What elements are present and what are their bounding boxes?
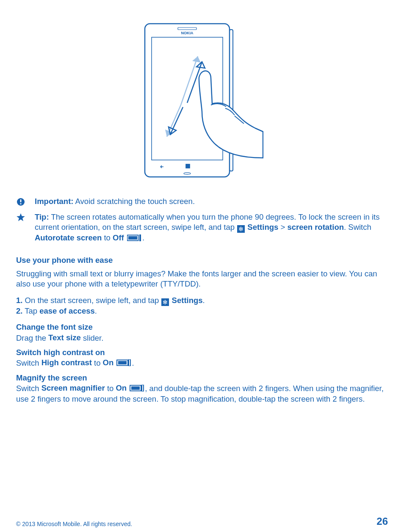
svg-rect-28 bbox=[131, 386, 140, 390]
hc-a: Switch bbox=[16, 358, 42, 367]
high-contrast-heading: Switch high contrast on bbox=[16, 347, 388, 358]
mag-b: Screen magnifier bbox=[42, 383, 105, 392]
hc-b: High contrast bbox=[42, 358, 92, 367]
svg-rect-22 bbox=[128, 236, 137, 240]
gt-sep: > bbox=[280, 223, 285, 232]
steps: 1. On the start screen, swipe left, and … bbox=[16, 295, 388, 316]
ease-title: Use your phone with ease bbox=[16, 255, 388, 265]
tip-switch-1: . Switch bbox=[344, 223, 371, 232]
tip-off: Off bbox=[113, 233, 124, 242]
tip-autorotate: Autorotate screen bbox=[35, 233, 102, 242]
phone-illustration: NOKIA bbox=[16, 20, 388, 184]
copyright-text: © 2013 Microsoft Mobile. All rights rese… bbox=[16, 520, 132, 528]
svg-rect-6 bbox=[186, 166, 188, 168]
svg-rect-4 bbox=[186, 164, 188, 166]
phone-brand-label: NOKIA bbox=[181, 31, 194, 35]
toggle-on-icon bbox=[130, 385, 144, 391]
svg-rect-5 bbox=[188, 164, 190, 166]
svg-rect-7 bbox=[188, 166, 190, 168]
magnify-heading: Magnify the screen bbox=[16, 373, 388, 383]
svg-rect-29 bbox=[142, 385, 144, 391]
svg-point-8 bbox=[184, 173, 191, 174]
hc-on: On bbox=[103, 358, 114, 367]
toggle-off-icon bbox=[127, 234, 141, 241]
step2-a: Tap bbox=[22, 306, 39, 315]
step2-bold: ease of access bbox=[39, 306, 95, 315]
ease-para: Struggling with small text or blurry ima… bbox=[16, 269, 388, 289]
svg-rect-23 bbox=[139, 234, 141, 241]
font-a: Drag the bbox=[16, 334, 48, 342]
svg-marker-10 bbox=[192, 56, 201, 63]
tip-end: . bbox=[142, 233, 144, 242]
page-number: 26 bbox=[376, 515, 388, 528]
hc-to: to bbox=[92, 358, 103, 367]
page-footer: © 2013 Microsoft Mobile. All rights rese… bbox=[16, 515, 388, 528]
font-size-heading: Change the font size bbox=[16, 322, 388, 332]
tip-screen-rotation: screen rotation bbox=[287, 223, 344, 232]
tip-icon bbox=[16, 212, 35, 243]
svg-rect-18 bbox=[20, 199, 22, 202]
mag-a: Switch bbox=[16, 384, 42, 393]
svg-rect-25 bbox=[118, 361, 127, 364]
step2-end: . bbox=[95, 306, 97, 315]
gear-icon: ✻ bbox=[161, 298, 169, 306]
svg-marker-20 bbox=[17, 213, 25, 221]
svg-point-19 bbox=[20, 203, 21, 204]
step1-settings: Settings bbox=[172, 296, 203, 305]
step2-no: 2. bbox=[16, 306, 22, 315]
toggle-on-icon bbox=[116, 359, 131, 366]
svg-rect-2 bbox=[178, 28, 196, 30]
step1-end: . bbox=[203, 296, 205, 305]
important-text: Avoid scratching the touch screen. bbox=[75, 197, 195, 206]
mag-to: to bbox=[105, 384, 116, 393]
svg-rect-0 bbox=[145, 24, 230, 177]
svg-rect-26 bbox=[129, 359, 130, 366]
step1-no: 1. bbox=[16, 296, 22, 305]
font-c: slider. bbox=[81, 334, 103, 342]
important-note: Important: Avoid scratching the touch sc… bbox=[16, 196, 388, 209]
tip-to: to bbox=[102, 233, 113, 242]
important-label: Important: bbox=[35, 197, 73, 206]
tip-settings: Settings bbox=[247, 223, 278, 232]
tip-note: Tip: The screen rotates automatically wh… bbox=[16, 212, 388, 243]
font-b: Text size bbox=[48, 333, 81, 342]
hc-end: . bbox=[132, 358, 134, 367]
mag-on: On bbox=[116, 383, 127, 392]
gear-icon: ✻ bbox=[237, 225, 245, 233]
step1-a: On the start screen, swipe left, and tap bbox=[22, 296, 161, 305]
important-icon bbox=[16, 196, 35, 209]
tip-label: Tip: bbox=[35, 212, 49, 221]
